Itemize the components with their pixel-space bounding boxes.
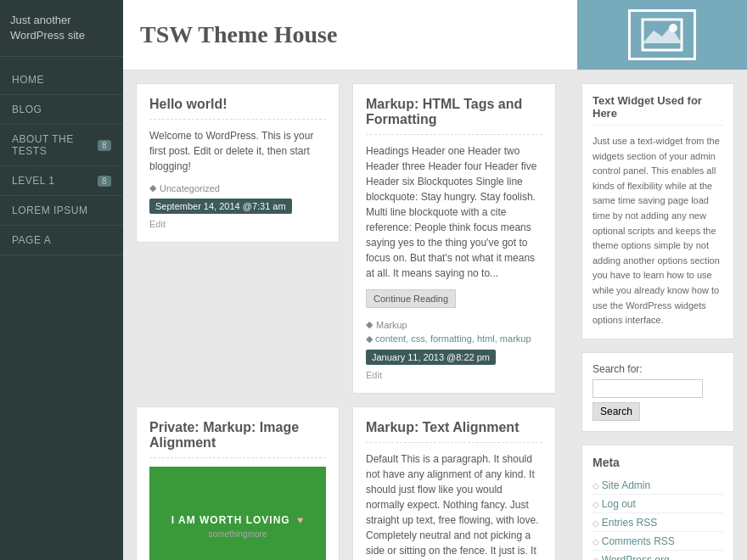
meta-links-list: Site AdminLog outEntries RSSComments RSS… — [593, 476, 723, 560]
post-card-text-alignment: Markup: Text Alignment Default This is a… — [352, 406, 556, 560]
sidebar-nav-link[interactable]: BLOG — [0, 95, 123, 124]
search-label: Search for: — [593, 363, 723, 375]
header-image-area — [577, 0, 747, 70]
continue-reading-button[interactable]: Continue Reading — [366, 289, 456, 308]
meta-list-item: Log out — [593, 495, 723, 513]
meta-list-item: Site Admin — [593, 476, 723, 495]
nav-menu: HOMEBLOGABOUT THE TESTS8LEVEL 18LOREM IP… — [0, 65, 123, 255]
post-edit-link[interactable]: Edit — [366, 370, 542, 380]
tag-link[interactable]: css — [411, 333, 425, 344]
sidebar-nav-item: BLOG — [0, 95, 123, 125]
bullet-icon: ◆ — [366, 333, 373, 344]
sidebar-nav-link[interactable]: PAGE A — [0, 226, 123, 255]
post-title: Markup: HTML Tags and Formatting — [366, 97, 542, 135]
sidebar-nav-item: PAGE A — [0, 226, 123, 255]
tag-link[interactable]: content — [375, 333, 406, 344]
image-overlay-text: I AM WORTH LOVING ♥ — [171, 514, 304, 526]
site-name: TSW Theme House — [140, 21, 560, 48]
post-content: Default This is a paragraph. It should n… — [366, 451, 542, 560]
post-date: September 14, 2014 @7:31 am — [149, 199, 292, 214]
post-card-html-tags: Markup: HTML Tags and Formatting Heading… — [352, 83, 556, 394]
post-date: January 11, 2013 @8:22 pm — [366, 350, 496, 365]
post-tags: ◆ content, css, formatting, html, markup — [366, 333, 542, 344]
site-header: TSW Theme House — [123, 0, 747, 70]
meta-list-item: WordPress.org — [593, 551, 723, 560]
site-title: Just another WordPress site — [0, 0, 123, 57]
post-column-3: Private: Markup: Image Alignment I AM WO… — [136, 406, 340, 560]
category-label: Uncategorized — [160, 183, 220, 193]
post-category: ◆ Uncategorized — [149, 182, 326, 193]
post-title: Hello world! — [149, 97, 326, 120]
post-title: Markup: Text Alignment — [366, 420, 542, 443]
post-image-inner: I AM WORTH LOVING ♥ somethingmore — [149, 467, 326, 560]
post-featured-image: I AM WORTH LOVING ♥ somethingmore — [149, 467, 326, 560]
sidebar-nav-link[interactable]: LEVEL 18 — [0, 166, 123, 195]
search-button[interactable]: Search — [593, 402, 640, 421]
meta-list-item: Entries RSS — [593, 513, 723, 532]
category-label: Markup — [376, 320, 407, 330]
post-edit-link[interactable]: Edit — [149, 219, 326, 229]
heart-icon: ♥ — [297, 514, 304, 526]
nav-badge: 8 — [98, 140, 111, 151]
post-column-4: Markup: Text Alignment Default This is a… — [352, 406, 556, 560]
post-category: ◆ Markup — [366, 319, 542, 330]
bullet-icon: ◆ — [149, 182, 156, 193]
sidebar-nav-link[interactable]: LOREM IPSUM — [0, 196, 123, 225]
post-column-1: Hello world! Welcome to WordPress. This … — [136, 83, 340, 394]
meta-link[interactable]: Comments RSS — [602, 535, 675, 547]
meta-link[interactable]: Log out — [602, 498, 636, 510]
tag-link[interactable]: html — [477, 333, 495, 344]
meta-widget: Meta Site AdminLog outEntries RSSComment… — [581, 445, 734, 560]
search-input[interactable] — [593, 379, 703, 398]
sidebar-nav-item: HOME — [0, 65, 123, 95]
search-widget: Search for: Search — [581, 352, 734, 432]
svg-point-2 — [669, 24, 677, 32]
meta-link[interactable]: WordPress.org — [602, 554, 670, 560]
nav-badge: 8 — [98, 176, 111, 187]
sidebar-nav-item: ABOUT THE TESTS8 — [0, 125, 123, 166]
sidebar-nav-link[interactable]: HOME — [0, 65, 123, 94]
text-widget: Text Widget Used for Here Just use a tex… — [581, 83, 734, 339]
meta-list-item: Comments RSS — [593, 532, 723, 551]
meta-link[interactable]: Entries RSS — [602, 517, 657, 529]
text-widget-content: Just use a text-widget from the widgets … — [593, 134, 723, 328]
post-card-image-alignment: Private: Markup: Image Alignment I AM WO… — [136, 406, 340, 560]
header-placeholder-image — [628, 9, 696, 60]
tag-link[interactable]: markup — [500, 333, 531, 344]
image-icon — [641, 18, 683, 52]
image-credit: somethingmore — [171, 529, 304, 539]
posts-area: Hello world! Welcome to WordPress. This … — [123, 70, 569, 560]
header-title-area: TSW Theme House — [123, 0, 577, 70]
posts-row-1: Hello world! Welcome to WordPress. This … — [136, 83, 556, 394]
text-widget-title: Text Widget Used for Here — [593, 94, 723, 126]
sidebar: Just another WordPress site HOMEBLOGABOU… — [0, 0, 123, 560]
tag-link[interactable]: formatting — [430, 333, 472, 344]
post-column-2: Markup: HTML Tags and Formatting Heading… — [352, 83, 556, 394]
sidebar-nav-item: LOREM IPSUM — [0, 196, 123, 226]
meta-widget-title: Meta — [593, 456, 723, 469]
post-content: Headings Header one Header two Header th… — [366, 143, 542, 281]
bullet-icon: ◆ — [366, 319, 373, 330]
post-card-hello-world: Hello world! Welcome to WordPress. This … — [136, 83, 340, 243]
post-title: Private: Markup: Image Alignment — [149, 420, 326, 458]
content-area: Hello world! Welcome to WordPress. This … — [123, 70, 747, 560]
main-area: TSW Theme House — [123, 0, 747, 560]
posts-row-2: Private: Markup: Image Alignment I AM WO… — [136, 406, 556, 560]
sidebar-nav-item: LEVEL 18 — [0, 166, 123, 196]
sidebar-nav-link[interactable]: ABOUT THE TESTS8 — [0, 125, 123, 165]
right-sidebar: Text Widget Used for Here Just use a tex… — [569, 70, 747, 560]
post-content: Welcome to WordPress. This is your first… — [149, 128, 326, 174]
meta-link[interactable]: Site Admin — [602, 479, 650, 491]
